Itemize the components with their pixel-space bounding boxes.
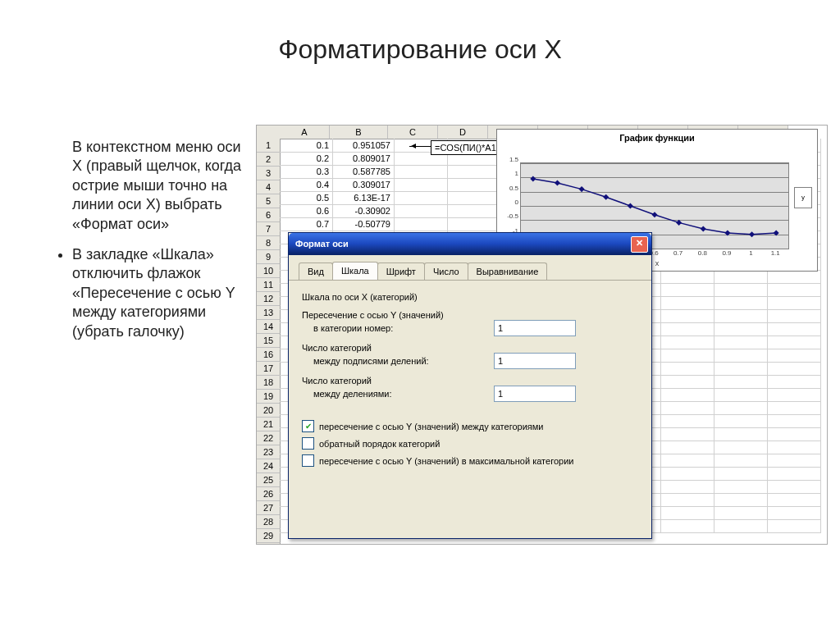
row-header[interactable]: 17 (257, 362, 281, 376)
cell[interactable] (714, 309, 768, 323)
row-header[interactable]: 2 (257, 153, 281, 167)
row-header[interactable]: 26 (257, 487, 281, 501)
row-header[interactable]: 7 (257, 222, 281, 236)
row-header[interactable]: 16 (257, 348, 281, 362)
row-header[interactable]: 22 (257, 431, 281, 445)
cell[interactable] (768, 414, 821, 428)
row-header[interactable]: 20 (257, 404, 281, 418)
row-header[interactable]: 23 (257, 445, 281, 459)
cell[interactable] (768, 506, 821, 520)
dialog-tab[interactable]: Выравнивание (468, 262, 548, 280)
cell[interactable] (661, 414, 714, 428)
cell[interactable] (768, 388, 821, 402)
cell[interactable] (714, 296, 768, 310)
chk-reverse-order[interactable] (302, 437, 314, 450)
cell[interactable] (714, 414, 768, 428)
col-header[interactable]: D (438, 126, 488, 139)
row-header[interactable]: 8 (257, 236, 281, 250)
cell[interactable] (714, 480, 768, 494)
cell[interactable] (448, 217, 501, 231)
row-header[interactable]: 18 (257, 376, 281, 390)
cell[interactable] (714, 375, 768, 389)
cell[interactable] (714, 322, 768, 336)
cell[interactable] (714, 467, 768, 481)
cell[interactable] (714, 362, 768, 376)
cell[interactable] (768, 519, 821, 533)
dialog-tab[interactable]: Число (424, 262, 468, 280)
cell[interactable] (714, 336, 768, 349)
row-header[interactable]: 21 (257, 418, 281, 431)
cell[interactable]: 6.13E-17 (333, 191, 395, 205)
dialog-tab[interactable]: Шрифт (377, 262, 425, 280)
row-header[interactable]: 9 (257, 250, 281, 264)
row-header[interactable]: 1 (257, 139, 281, 153)
row-header[interactable]: 11 (257, 278, 281, 292)
row-header[interactable]: 19 (257, 390, 281, 404)
row-header[interactable]: 6 (257, 208, 281, 222)
cell[interactable]: 0.4 (280, 178, 333, 192)
cell[interactable] (768, 283, 821, 297)
row-header[interactable]: 28 (257, 515, 281, 529)
cell[interactable] (661, 309, 714, 323)
cell[interactable] (768, 454, 821, 468)
cell[interactable]: 0.6 (280, 204, 333, 218)
row-header[interactable]: 29 (257, 529, 281, 543)
cell[interactable] (714, 270, 768, 284)
cell[interactable]: 0.2 (280, 152, 333, 166)
col-header[interactable]: A (280, 126, 330, 139)
chk-cross-between-categories[interactable]: ✔ (302, 420, 314, 432)
row-header[interactable]: 10 (257, 264, 281, 278)
cell[interactable] (768, 427, 821, 441)
row-header[interactable]: 27 (257, 501, 281, 515)
row-header[interactable]: 15 (257, 334, 281, 348)
row-header[interactable]: 13 (257, 306, 281, 320)
cell[interactable] (661, 283, 714, 297)
dialog-close-button[interactable]: ✕ (631, 236, 648, 253)
cell[interactable]: 0.7 (280, 217, 333, 231)
cell[interactable] (768, 493, 821, 507)
cell[interactable] (768, 349, 821, 363)
cell[interactable]: 0.1 (280, 139, 333, 153)
cell[interactable] (661, 467, 714, 481)
cell[interactable]: 0.809017 (333, 152, 395, 166)
cell[interactable] (768, 375, 821, 389)
cell[interactable] (714, 519, 768, 533)
cell[interactable] (661, 336, 714, 349)
cell[interactable]: 0.3 (280, 165, 333, 179)
cell[interactable] (448, 178, 501, 192)
cell[interactable] (661, 454, 714, 468)
cell[interactable] (661, 349, 714, 363)
chk-cross-at-max[interactable] (302, 454, 314, 467)
cell[interactable] (768, 296, 821, 310)
cell[interactable] (768, 401, 821, 415)
cell[interactable] (714, 388, 768, 402)
cell[interactable] (661, 270, 714, 284)
cell[interactable] (448, 165, 501, 179)
dialog-tab[interactable]: Вид (299, 262, 333, 280)
cell[interactable] (395, 191, 448, 205)
cell[interactable] (768, 480, 821, 494)
cell[interactable] (661, 427, 714, 441)
col-header[interactable]: B (330, 126, 388, 139)
cell[interactable] (395, 178, 448, 192)
cell[interactable] (448, 204, 501, 218)
row-header[interactable]: 5 (257, 194, 281, 208)
cell[interactable] (395, 165, 448, 179)
cell[interactable] (768, 336, 821, 349)
row-header[interactable]: 24 (257, 459, 281, 473)
cell[interactable]: -0.30902 (333, 204, 395, 218)
y-cross-category-input[interactable]: 1 (494, 320, 576, 336)
cell[interactable] (714, 349, 768, 363)
col-header[interactable]: C (388, 126, 438, 139)
cell[interactable]: 0.309017 (333, 178, 395, 192)
cell[interactable] (661, 519, 714, 533)
row-header[interactable]: 30 (257, 543, 281, 545)
row-header[interactable]: 14 (257, 320, 281, 334)
cell[interactable]: -0.50779 (333, 217, 395, 231)
cell[interactable] (714, 441, 768, 454)
cell[interactable] (661, 401, 714, 415)
cell[interactable] (661, 322, 714, 336)
cell[interactable] (714, 401, 768, 415)
cell[interactable] (395, 217, 448, 231)
categories-between-ticks-input[interactable]: 1 (494, 386, 576, 402)
